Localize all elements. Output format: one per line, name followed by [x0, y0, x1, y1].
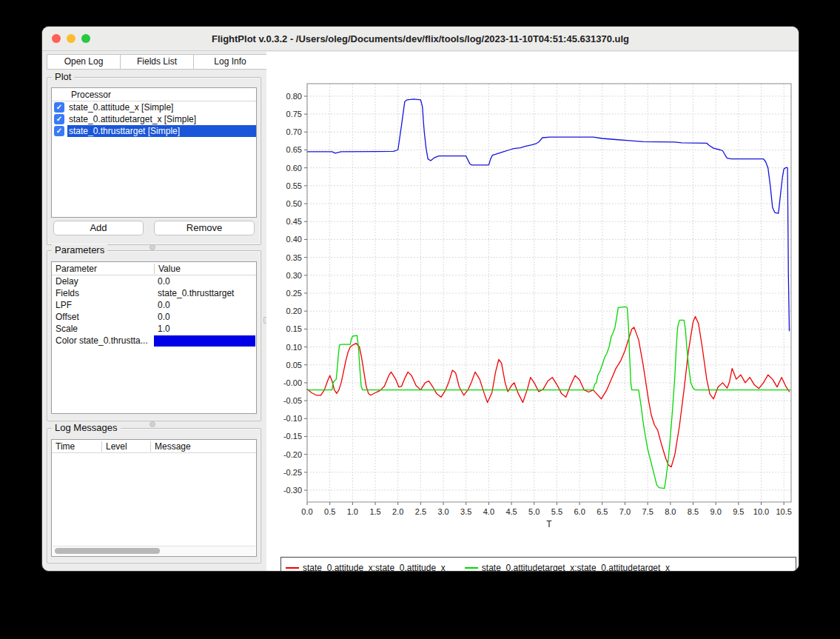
processor-list[interactable]: Processor ✓ state_0.attitude_x [Simple] …	[51, 87, 257, 218]
param-row-fields[interactable]: Fields state_0.thrusttarget	[52, 287, 256, 299]
svg-text:0.15: 0.15	[286, 324, 302, 333]
svg-text:0.30: 0.30	[286, 271, 302, 280]
window-title: FlightPlot v.0.3.2 - /Users/oleg/Documen…	[212, 33, 629, 44]
svg-text:0.65: 0.65	[286, 145, 302, 154]
svg-text:0.70: 0.70	[286, 127, 302, 136]
svg-text:3.0: 3.0	[437, 507, 448, 516]
svg-text:0.05: 0.05	[286, 361, 302, 369]
chart-svg[interactable]: 0.00.51.01.52.02.53.03.54.04.55.05.56.06…	[271, 75, 798, 530]
color-swatch[interactable]	[154, 335, 255, 347]
level-column-header: Level	[101, 441, 150, 452]
traffic-lights	[52, 34, 90, 43]
chart-legend: state_0.attitude_x:state_0.attitude_x st…	[280, 557, 796, 572]
svg-text:10.0: 10.0	[753, 507, 769, 516]
svg-text:9.0: 9.0	[710, 507, 722, 516]
svg-text:1.5: 1.5	[369, 507, 380, 516]
plot-group-title: Plot	[52, 71, 74, 82]
svg-text:-0.20: -0.20	[283, 450, 302, 459]
parameters-table[interactable]: Parameter Value Delay 0.0 Fields state_0…	[51, 261, 257, 414]
param-row-offset[interactable]: Offset 0.0	[52, 311, 256, 323]
svg-text:0.50: 0.50	[286, 199, 302, 208]
param-row-delay[interactable]: Delay 0.0	[52, 275, 256, 287]
minimize-button[interactable]	[67, 34, 75, 43]
svg-text:5.5: 5.5	[551, 507, 562, 516]
chart-panel: 0.00.51.01.52.02.53.03.54.04.55.05.56.06…	[266, 52, 799, 571]
parameters-group-title: Parameters	[52, 244, 107, 255]
svg-text:10.5: 10.5	[776, 507, 791, 516]
svg-text:2.5: 2.5	[415, 507, 426, 516]
add-button[interactable]: Add	[53, 221, 144, 235]
log-messages-table[interactable]: Time Level Message	[51, 439, 257, 557]
svg-text:6.0: 6.0	[574, 507, 585, 516]
log-info-button[interactable]: Log Info	[193, 54, 267, 70]
splitter-handle[interactable]	[149, 421, 155, 427]
svg-text:0.10: 0.10	[286, 343, 302, 352]
parameters-table-header: Parameter Value	[52, 262, 256, 275]
param-row-lpf[interactable]: LPF 0.0	[52, 299, 256, 311]
log-messages-group-title: Log Messages	[52, 422, 121, 433]
svg-text:7.0: 7.0	[619, 507, 631, 516]
legend-item: state_0.attitudetarget_x:state_0.attitud…	[465, 563, 670, 572]
titlebar[interactable]: FlightPlot v.0.3.2 - /Users/oleg/Documen…	[42, 27, 799, 51]
svg-text:-0.25: -0.25	[283, 468, 302, 477]
svg-text:0.0: 0.0	[301, 507, 312, 516]
splitter-handle[interactable]	[149, 244, 155, 250]
svg-text:0.20: 0.20	[286, 307, 302, 315]
svg-text:0.80: 0.80	[286, 92, 302, 101]
horizontal-scrollbar[interactable]	[53, 546, 255, 555]
svg-text:0.55: 0.55	[286, 181, 302, 190]
processor-row-thrusttarget[interactable]: ✓ state_0.thrusttarget [Simple]	[52, 125, 256, 137]
plot-groupbox: Plot Processor ✓ state_0.attitude_x [Sim…	[47, 77, 261, 245]
svg-text:8.0: 8.0	[665, 507, 676, 516]
legend-row: state_0.attitude_x:state_0.attitude_x st…	[286, 563, 791, 572]
remove-button[interactable]: Remove	[154, 221, 255, 235]
svg-text:9.5: 9.5	[733, 507, 744, 516]
svg-text:4.0: 4.0	[483, 507, 494, 516]
processor-list-header: Processor	[52, 88, 256, 101]
checkbox-checked-icon[interactable]: ✓	[54, 114, 64, 124]
svg-text:-0.05: -0.05	[283, 396, 302, 405]
svg-text:8.5: 8.5	[688, 507, 699, 516]
close-button[interactable]	[52, 34, 61, 43]
svg-text:-0.10: -0.10	[283, 414, 302, 423]
svg-text:2.0: 2.0	[392, 507, 403, 516]
legend-label: state_0.attitudetarget_x:state_0.attitud…	[482, 563, 670, 572]
processor-row-attitudetarget-x[interactable]: ✓ state_0.attitudetarget_x [Simple]	[52, 113, 256, 125]
legend-label: state_0.attitude_x:state_0.attitude_x	[303, 563, 446, 572]
message-column-header: Message	[150, 441, 256, 452]
app-window: FlightPlot v.0.3.2 - /Users/oleg/Documen…	[41, 26, 799, 572]
value-column-header: Value	[154, 264, 256, 274]
svg-text:0.45: 0.45	[286, 217, 302, 226]
svg-text:4.5: 4.5	[505, 507, 517, 516]
checkbox-checked-icon[interactable]: ✓	[54, 126, 64, 136]
processor-row-attitude-x[interactable]: ✓ state_0.attitude_x [Simple]	[52, 101, 256, 113]
param-row-scale[interactable]: Scale 1.0	[52, 323, 256, 335]
parameter-column-header: Parameter	[52, 264, 154, 274]
legend-line-red	[286, 567, 299, 569]
svg-text:0.40: 0.40	[286, 235, 302, 244]
svg-text:0.60: 0.60	[286, 164, 302, 173]
svg-text:0.35: 0.35	[286, 253, 302, 262]
svg-text:0.25: 0.25	[286, 289, 302, 298]
svg-text:5.0: 5.0	[528, 507, 540, 516]
svg-text:T: T	[546, 519, 552, 529]
scrollbar-thumb[interactable]	[55, 548, 160, 554]
svg-text:0.75: 0.75	[286, 110, 302, 118]
zoom-button[interactable]	[81, 34, 90, 43]
open-log-button[interactable]: Open Log	[47, 54, 121, 70]
svg-text:1.0: 1.0	[347, 507, 358, 516]
svg-text:3.5: 3.5	[460, 507, 471, 516]
log-messages-groupbox: Log Messages Time Level Message	[47, 428, 261, 563]
svg-text:-0.00: -0.00	[283, 378, 302, 387]
svg-text:-0.30: -0.30	[283, 486, 302, 495]
legend-line-green	[465, 567, 478, 569]
param-row-color[interactable]: Color state_0.thrustta...	[52, 335, 256, 347]
log-table-header: Time Level Message	[52, 440, 256, 453]
svg-text:0.5: 0.5	[324, 507, 335, 516]
fields-list-button[interactable]: Fields List	[120, 54, 194, 70]
svg-text:7.5: 7.5	[642, 507, 653, 516]
processor-column-header: Processor	[52, 90, 111, 100]
svg-text:-0.15: -0.15	[283, 432, 302, 441]
checkbox-checked-icon[interactable]: ✓	[54, 102, 64, 113]
time-column-header: Time	[52, 441, 101, 452]
